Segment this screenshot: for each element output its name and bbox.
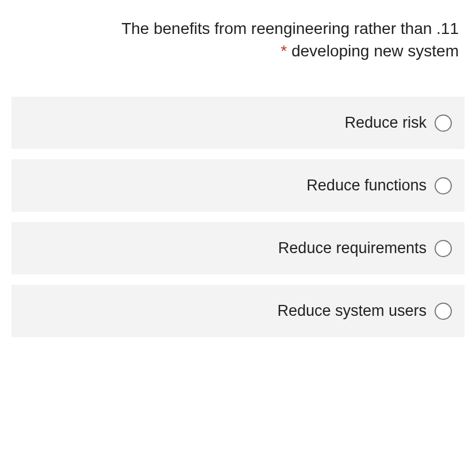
question-number: .11	[436, 20, 459, 37]
option-row-1[interactable]: Reduce functions	[11, 159, 465, 212]
option-row-0[interactable]: Reduce risk	[11, 97, 465, 149]
radio-icon[interactable]	[435, 303, 452, 320]
option-label: Reduce functions	[306, 177, 427, 194]
option-row-2[interactable]: Reduce requirements	[11, 222, 465, 274]
option-row-3[interactable]: Reduce system users	[11, 285, 465, 337]
option-label: Reduce risk	[344, 114, 427, 132]
option-label: Reduce system users	[277, 302, 427, 320]
radio-icon[interactable]	[435, 114, 452, 132]
question-line1: The benefits from reengineering rather t…	[121, 20, 432, 37]
question-line2: developing new system	[291, 42, 459, 60]
option-label: Reduce requirements	[278, 239, 427, 257]
options-container: Reduce risk Reduce functions Reduce requ…	[11, 97, 465, 337]
required-marker: *	[281, 42, 287, 60]
question-block: The benefits from reengineering rather t…	[11, 17, 465, 337]
radio-icon[interactable]	[435, 240, 452, 257]
radio-icon[interactable]	[435, 177, 452, 194]
question-text: The benefits from reengineering rather t…	[11, 17, 465, 62]
